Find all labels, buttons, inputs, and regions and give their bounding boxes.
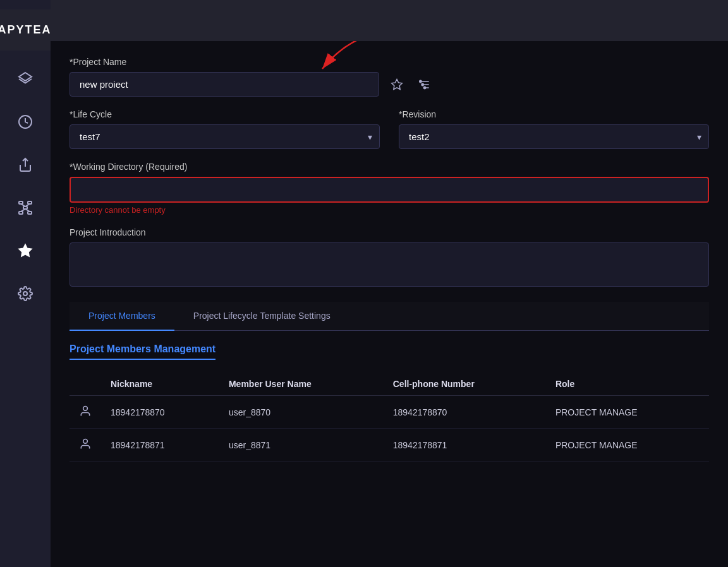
working-dir-error: Directory cannot be empty bbox=[70, 205, 709, 215]
svg-point-23 bbox=[83, 439, 88, 444]
project-name-label: *Project Name bbox=[70, 57, 709, 67]
svg-line-10 bbox=[21, 209, 25, 212]
username-cell: user_8871 bbox=[219, 429, 384, 462]
tab-project-members[interactable]: Project Members bbox=[70, 302, 174, 331]
project-name-input[interactable] bbox=[70, 72, 379, 97]
svg-marker-15 bbox=[392, 79, 403, 89]
favorites-icon[interactable] bbox=[13, 238, 38, 263]
revision-section: *Revision test2 test1 test3 ▾ bbox=[399, 109, 709, 149]
working-dir-label: *Working Directory (Required) bbox=[70, 162, 709, 172]
project-intro-section: Project Introduction bbox=[70, 227, 709, 289]
lifecycle-select[interactable]: test7 test1 test2 test3 bbox=[70, 124, 380, 149]
phone-cell: 18942178870 bbox=[384, 396, 546, 429]
role-cell: PROJECT MANAGE bbox=[546, 396, 709, 429]
table-body: 18942178870 user_8870 18942178870 PROJEC… bbox=[70, 396, 709, 462]
svg-line-9 bbox=[25, 204, 30, 206]
svg-point-19 bbox=[420, 80, 422, 82]
favorite-star-button[interactable] bbox=[387, 75, 407, 95]
revision-select-wrapper: test2 test1 test3 ▾ bbox=[399, 124, 709, 149]
settings-icon[interactable] bbox=[13, 281, 38, 306]
svg-rect-7 bbox=[28, 212, 32, 214]
svg-point-22 bbox=[83, 407, 88, 411]
user-icon-cell bbox=[70, 396, 101, 429]
col-icon bbox=[70, 373, 101, 396]
svg-rect-4 bbox=[28, 201, 32, 204]
lifecycle-label: *Life Cycle bbox=[70, 109, 380, 119]
tab-lifecycle-settings[interactable]: Project Lifecycle Template Settings bbox=[174, 302, 349, 331]
col-role: Role bbox=[546, 373, 709, 396]
working-dir-section: *Working Directory (Required) Directory … bbox=[70, 162, 709, 215]
lifecycle-select-wrapper: test7 test1 test2 test3 ▾ bbox=[70, 124, 380, 149]
working-dir-input[interactable] bbox=[70, 177, 709, 203]
svg-point-13 bbox=[23, 292, 27, 295]
layers-icon[interactable] bbox=[13, 66, 38, 92]
svg-rect-3 bbox=[19, 201, 23, 204]
svg-rect-6 bbox=[19, 212, 23, 214]
project-intro-textarea[interactable] bbox=[70, 242, 709, 287]
svg-rect-5 bbox=[23, 206, 27, 209]
content-area: *Project Name bbox=[51, 41, 728, 567]
col-phone: Cell-phone Number bbox=[384, 373, 546, 396]
members-management-section: Project Members Management Nickname Memb… bbox=[70, 343, 709, 462]
svg-marker-12 bbox=[19, 244, 32, 256]
svg-line-8 bbox=[21, 204, 25, 206]
revision-label: *Revision bbox=[399, 109, 709, 119]
nickname-cell: 18942178870 bbox=[101, 396, 219, 429]
lifecycle-section: *Life Cycle test7 test1 test2 test3 ▾ bbox=[70, 109, 380, 149]
table-header: Nickname Member User Name Cell-phone Num… bbox=[70, 373, 709, 396]
svg-line-11 bbox=[25, 209, 30, 212]
col-username: Member User Name bbox=[219, 373, 384, 396]
phone-cell: 18942178871 bbox=[384, 429, 546, 462]
user-icon-cell bbox=[70, 429, 101, 462]
svg-point-21 bbox=[423, 87, 425, 88]
revision-select[interactable]: test2 test1 test3 bbox=[399, 124, 709, 149]
svg-point-20 bbox=[422, 83, 423, 85]
settings-filter-button[interactable] bbox=[415, 75, 435, 95]
table-row: 18942178871 user_8871 18942178871 PROJEC… bbox=[70, 429, 709, 462]
lifecycle-revision-row: *Life Cycle test7 test1 test2 test3 ▾ *R… bbox=[70, 109, 709, 149]
network-icon[interactable] bbox=[13, 195, 38, 220]
nickname-cell: 18942178871 bbox=[101, 429, 219, 462]
col-nickname: Nickname bbox=[101, 373, 219, 396]
role-cell: PROJECT MANAGE bbox=[546, 429, 709, 462]
username-cell: user_8870 bbox=[219, 396, 384, 429]
members-mgmt-title: Project Members Management bbox=[70, 343, 709, 363]
tabs-bar: Project Members Project Lifecycle Templa… bbox=[70, 302, 709, 331]
project-intro-label: Project Introduction bbox=[70, 227, 709, 237]
members-table: Nickname Member User Name Cell-phone Num… bbox=[70, 373, 709, 462]
clock-icon[interactable] bbox=[13, 109, 38, 134]
main-panel: *Project Name bbox=[51, 0, 728, 567]
top-header bbox=[51, 0, 728, 41]
sidebar: HAPYTEAM bbox=[0, 0, 51, 567]
share-icon[interactable] bbox=[13, 152, 38, 177]
table-row: 18942178870 user_8870 18942178870 PROJEC… bbox=[70, 396, 709, 429]
project-name-section: *Project Name bbox=[70, 57, 709, 97]
